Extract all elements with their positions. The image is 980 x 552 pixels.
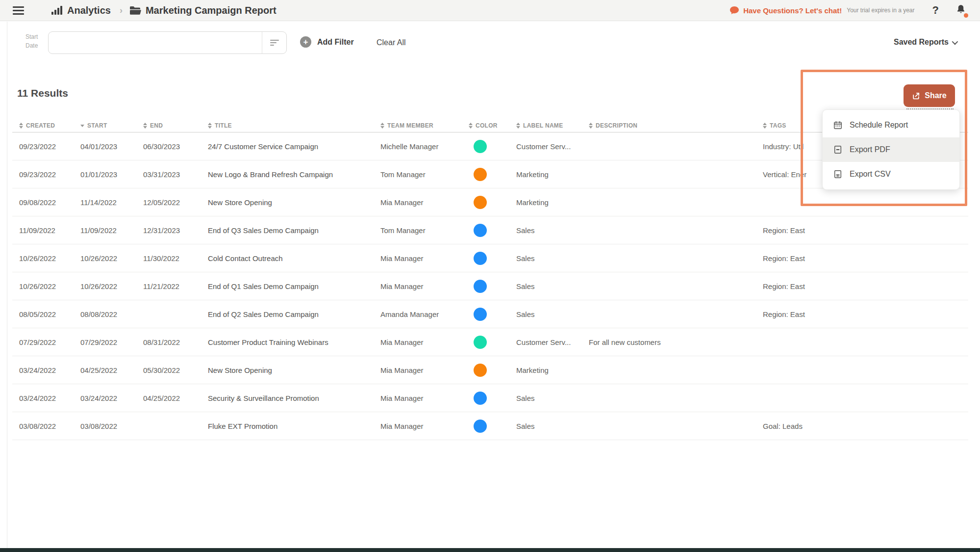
cell-created: 09/08/2022 [12, 198, 74, 207]
saved-reports-dropdown[interactable]: Saved Reports [894, 38, 956, 47]
menu-item-export-csv[interactable]: Export CSV [823, 162, 959, 186]
cell-tags: Region: East [756, 310, 968, 318]
cell-title: End of Q1 Sales Demo Campaign [201, 282, 374, 290]
table-row[interactable]: 10/26/202210/26/202211/21/2022End of Q1 … [12, 272, 968, 300]
table-row[interactable]: 08/05/202208/08/2022End of Q2 Sales Demo… [12, 300, 968, 328]
cell-label-name: Sales [509, 310, 582, 318]
cell-team-member: Mia Manager [374, 282, 462, 290]
start-date-field [48, 31, 287, 54]
filter-icon [270, 40, 279, 46]
cell-title: Customer Product Training Webinars [201, 338, 374, 346]
cell-end: 04/25/2022 [136, 394, 201, 402]
left-border-line [7, 22, 7, 548]
export-pdf-icon [833, 145, 842, 154]
cell-color [462, 140, 509, 153]
color-dot [474, 420, 487, 433]
menu-item-export-pdf[interactable]: Export PDF [823, 137, 959, 162]
column-header-team-member[interactable]: TEAM MEMBER [374, 122, 462, 129]
column-header-title[interactable]: TITLE [201, 122, 374, 129]
plus-circle-icon: + [300, 36, 311, 48]
cell-team-member: Mia Manager [374, 422, 462, 430]
column-header-label-name[interactable]: LABEL NAME [509, 122, 582, 129]
sort-both-icon [469, 123, 473, 129]
cell-title: 24/7 Customer Service Campaign [201, 142, 374, 151]
cell-color [462, 364, 509, 377]
cell-team-member: Michelle Manager [374, 142, 462, 151]
cell-team-member: Mia Manager [374, 198, 462, 207]
cell-color [462, 336, 509, 349]
menu-icon[interactable] [13, 6, 24, 15]
cell-start: 03/08/2022 [74, 422, 136, 430]
cell-color [462, 168, 509, 181]
help-icon[interactable]: ? [932, 4, 939, 17]
top-bar: Analytics › Marketing Campaign Report Ha… [0, 0, 980, 21]
cell-created: 09/23/2022 [12, 142, 74, 151]
table-row[interactable]: 03/08/202203/08/2022Fluke EXT PromotionM… [12, 412, 968, 440]
column-header-created[interactable]: CREATED [12, 122, 74, 129]
cell-created: 10/26/2022 [12, 282, 74, 290]
column-header-start[interactable]: START [74, 122, 136, 129]
cell-start: 11/09/2022 [74, 226, 136, 235]
cell-title: Cold Contact Outreach [201, 254, 374, 263]
cell-team-member: Mia Manager [374, 254, 462, 263]
cell-color [462, 392, 509, 405]
table-row[interactable]: 09/08/202211/14/202212/05/2022New Store … [12, 188, 968, 216]
sort-both-icon [143, 123, 147, 129]
breadcrumb-app[interactable]: Analytics [67, 5, 111, 16]
table-row[interactable]: 07/29/202207/29/202208/31/2022Customer P… [12, 328, 968, 356]
cell-label-name: Sales [509, 394, 582, 402]
cell-team-member: Mia Manager [374, 394, 462, 402]
cell-color [462, 196, 509, 209]
chevron-right-icon: › [120, 5, 123, 16]
cell-color [462, 420, 509, 433]
chat-link[interactable]: Have Questions? Let's chat! [743, 6, 842, 15]
cell-title: New Logo & Brand Refresh Campaign [201, 170, 374, 179]
column-header-color[interactable]: COLOR [462, 122, 509, 129]
share-button[interactable]: Share [904, 84, 955, 107]
cell-start: 08/08/2022 [74, 310, 136, 318]
chat-bubble-icon [729, 6, 739, 15]
analytics-icon [51, 6, 63, 15]
color-dot [474, 392, 487, 405]
filter-options-button[interactable] [262, 32, 286, 53]
cell-description: For all new customers [582, 338, 756, 346]
table-row[interactable]: 11/09/202211/09/202212/31/2023End of Q3 … [12, 216, 968, 244]
cell-created: 10/26/2022 [12, 254, 74, 263]
cell-tags: Region: East [756, 282, 968, 290]
add-filter-button[interactable]: + Add Filter [300, 36, 354, 48]
cell-team-member: Tom Manager [374, 226, 462, 235]
cell-start: 04/25/2022 [74, 366, 136, 374]
folder-icon [129, 6, 141, 15]
color-dot [474, 364, 487, 377]
table-row[interactable]: 03/24/202204/25/202205/30/2022New Store … [12, 356, 968, 384]
cell-label-name: Marketing [509, 198, 582, 207]
cell-end: 11/30/2022 [136, 254, 201, 263]
color-dot [474, 196, 487, 209]
clear-all-button[interactable]: Clear All [377, 38, 406, 47]
share-dropdown-menu: Schedule ReportExport PDFExport CSV [822, 109, 960, 190]
cell-created: 07/29/2022 [12, 338, 74, 346]
cell-created: 03/24/2022 [12, 394, 74, 402]
sort-both-icon [589, 123, 593, 129]
cell-color [462, 224, 509, 237]
bottom-window-bar [0, 548, 980, 552]
sort-both-icon [763, 123, 767, 129]
table-row[interactable]: 03/24/202203/24/202204/25/2022Security &… [12, 384, 968, 412]
filter-bar: Start Date + Add Filter Clear All Saved … [0, 22, 980, 67]
cell-end: 03/31/2023 [136, 170, 201, 179]
cell-label-name: Customer Serv... [509, 338, 582, 346]
cell-end: 08/31/2022 [136, 338, 201, 346]
cell-label-name: Sales [509, 226, 582, 235]
color-dot [474, 280, 487, 293]
table-row[interactable]: 10/26/202210/26/202211/30/2022Cold Conta… [12, 244, 968, 272]
sort-desc-icon [80, 125, 84, 127]
start-date-input[interactable] [49, 32, 262, 53]
export-csv-icon [833, 170, 842, 179]
notifications-bell-icon[interactable] [955, 4, 966, 17]
cell-color [462, 252, 509, 265]
menu-item-schedule-report[interactable]: Schedule Report [823, 113, 959, 137]
column-header-end[interactable]: END [136, 122, 201, 129]
cell-label-name: Sales [509, 422, 582, 430]
column-header-description[interactable]: DESCRIPTION [582, 122, 756, 129]
cell-title: Security & Surveillance Promotion [201, 394, 374, 402]
